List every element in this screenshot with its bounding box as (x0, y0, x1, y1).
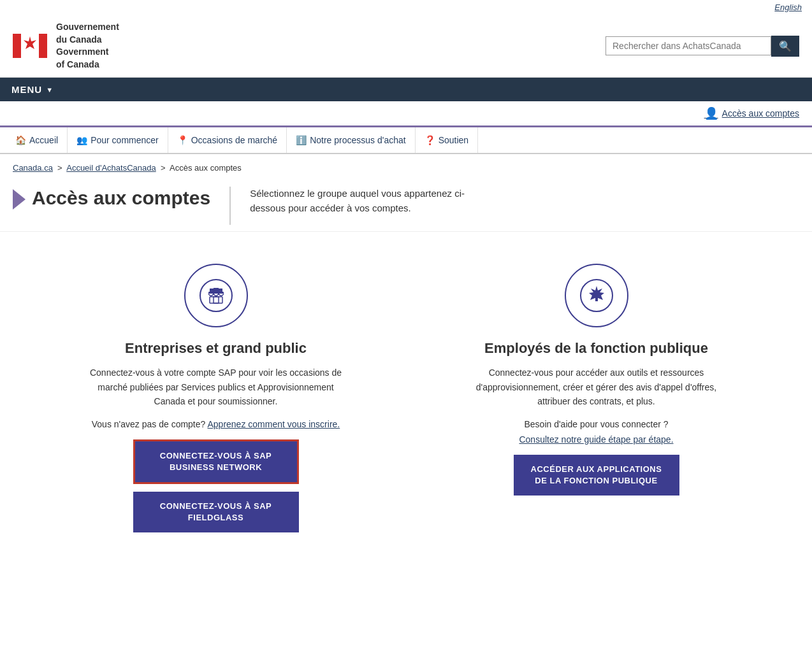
svg-rect-8 (210, 289, 214, 292)
sap-business-network-button[interactable]: CONNECTEZ-VOUS À SAP BUSINESS NETWORK (133, 439, 299, 484)
page-title: Accès aux comptes (32, 187, 210, 209)
card-entreprises: Entreprises et grand public Connectez-vo… (82, 264, 350, 540)
page-title-section: Accès aux comptes Sélectionnez le groupe… (0, 176, 812, 232)
nav-soutien-label: Soutien (439, 135, 468, 145)
store-icon-circle (184, 264, 248, 327)
help-link-line: Consultez notre guide étape par étape. (519, 434, 673, 445)
page-title-left: Accès aux comptes (13, 187, 210, 210)
card-entreprises-title: Entreprises et grand public (125, 340, 307, 357)
english-link[interactable]: English (774, 3, 802, 12)
menu-bar: MENU ▼ (0, 78, 812, 101)
menu-button[interactable]: MENU ▼ (0, 78, 65, 101)
nav-occasions[interactable]: 📍 Occasions de marché (168, 127, 287, 153)
main-content: Entreprises et grand public Connectez-vo… (0, 245, 812, 559)
maple-icon-circle (565, 264, 628, 327)
svg-rect-10 (214, 288, 219, 292)
svg-rect-1 (13, 34, 21, 58)
svg-rect-6 (210, 297, 222, 303)
guide-link[interactable]: Consultez notre guide étape par étape. (519, 434, 673, 445)
nav-processus[interactable]: ℹ️ Notre processus d'achat (287, 127, 416, 153)
nav-accueil-label: Accueil (29, 135, 58, 145)
title-marker-icon (13, 189, 25, 210)
svg-rect-7 (214, 297, 219, 303)
help-icon: ❓ (424, 135, 435, 145)
svg-rect-12 (595, 297, 598, 301)
svg-rect-5 (208, 292, 224, 294)
breadcrumb-accueil[interactable]: Accueil d'AchatsCanada (66, 163, 156, 173)
store-icon (199, 279, 233, 312)
users-icon: 👥 (76, 135, 87, 145)
nav-pour-commencer[interactable]: 👥 Pour commencer (68, 127, 168, 153)
breadcrumb: Canada.ca > Accueil d'AchatsCanada > Acc… (0, 154, 812, 176)
account-bar: 👤 Accès aux comptes (0, 101, 812, 127)
search-button[interactable]: 🔍 (771, 36, 799, 57)
government-name: Gouvernement du Canada Government of Can… (56, 21, 119, 71)
card-employes: Employés de la fonction publique Connect… (463, 264, 730, 540)
nav-bar: 🏠 Accueil 👥 Pour commencer 📍 Occasions d… (0, 127, 812, 154)
chevron-down-icon: ▼ (46, 86, 54, 94)
maple-leaf-icon (580, 279, 613, 312)
fonction-publique-button[interactable]: ACCÉDER AUX APPLICATIONS DE LA FONCTION … (514, 455, 679, 496)
card-employes-desc: Connectez-vous pour accéder aux outils e… (463, 366, 730, 408)
help-intro-text: Besoin d'aide pour vous connecter ? (524, 419, 668, 429)
card-entreprises-desc: Connectez-vous à votre compte SAP pour v… (82, 366, 350, 408)
nav-soutien[interactable]: ❓ Soutien (416, 127, 478, 153)
gov-en: Government (56, 46, 108, 57)
svg-rect-2 (39, 34, 47, 58)
account-icon: 👤 (704, 106, 718, 120)
help-intro-line: Besoin d'aide pour vous connecter ? (524, 419, 668, 429)
nav-processus-label: Notre processus d'achat (310, 135, 406, 145)
nav-pour-commencer-label: Pour commencer (91, 135, 159, 145)
info-icon: ℹ️ (296, 135, 307, 145)
du-canada: du Canada (56, 34, 102, 45)
page-subtitle: Sélectionnez le groupe auquel vous appar… (250, 187, 492, 215)
card-entreprises-link-line: Vous n'avez pas de compte? Apprenez comm… (92, 419, 340, 429)
nav-occasions-label: Occasions de marché (191, 135, 277, 145)
language-bar: English (0, 0, 812, 15)
home-icon: 🏠 (15, 135, 26, 145)
account-link-label: Accès aux comptes (722, 108, 799, 118)
breadcrumb-canada[interactable]: Canada.ca (13, 163, 53, 173)
of-canada: of Canada (56, 59, 99, 69)
breadcrumb-current: Accès aux comptes (170, 163, 242, 173)
menu-label: MENU (11, 84, 42, 95)
sap-fieldglass-button[interactable]: CONNECTEZ-VOUS À SAP FIELDGLASS (133, 492, 299, 532)
site-header: Gouvernement du Canada Government of Can… (0, 15, 812, 78)
search-input[interactable] (605, 36, 771, 55)
canada-flag-icon (13, 34, 47, 58)
account-access-link[interactable]: 👤 Accès aux comptes (704, 106, 799, 120)
card-link-intro: Vous n'avez pas de compte? (92, 419, 206, 429)
svg-rect-9 (219, 289, 222, 292)
logo-area: Gouvernement du Canada Government of Can… (13, 21, 119, 71)
location-icon: 📍 (177, 135, 188, 145)
gov-fr: Gouvernement (56, 22, 119, 32)
inscription-link[interactable]: Apprenez comment vous inscrire. (207, 419, 340, 429)
nav-accueil[interactable]: 🏠 Accueil (6, 127, 68, 153)
card-employes-title: Employés de la fonction publique (484, 340, 708, 357)
search-area: 🔍 (605, 36, 799, 57)
title-divider (229, 187, 231, 225)
